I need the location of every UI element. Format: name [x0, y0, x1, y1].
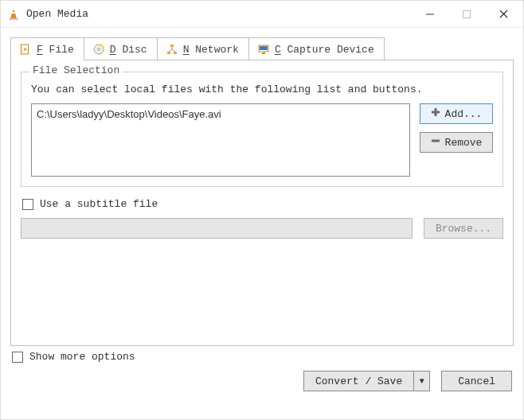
window-title: Open Media — [26, 8, 88, 20]
add-button[interactable]: Add... — [420, 103, 493, 124]
subtitle-checkbox[interactable] — [22, 199, 33, 210]
svg-line-16 — [172, 49, 175, 52]
tab-network-label: Network — [189, 44, 238, 56]
svg-rect-19 — [262, 52, 265, 54]
tab-capture[interactable]: C Capture Device — [248, 37, 385, 60]
svg-rect-4 — [463, 10, 471, 18]
cancel-button[interactable]: Cancel — [441, 371, 512, 391]
vlc-icon — [7, 8, 20, 21]
svg-rect-12 — [167, 52, 170, 54]
capture-icon — [257, 43, 270, 56]
tabs: F File D Disc N Network C Capture Device — [10, 37, 514, 60]
titlebar: Open Media — [1, 1, 523, 28]
file-icon — [19, 43, 32, 56]
file-list[interactable]: C:\Users\ladyy\Desktop\Videos\Faye.avi — [31, 103, 410, 177]
chevron-down-icon: ▼ — [420, 377, 424, 386]
convert-save-main[interactable]: Convert / Save — [303, 371, 414, 391]
tab-disc[interactable]: D Disc — [84, 37, 158, 60]
file-selection-desc: You can select local files with the foll… — [31, 84, 493, 95]
bottom-bar: Show more options — [1, 346, 523, 371]
svg-rect-13 — [174, 52, 177, 54]
close-button[interactable] — [485, 1, 522, 28]
file-selection-fieldset: File Selection You can select local file… — [21, 72, 503, 187]
svg-rect-18 — [260, 46, 268, 50]
svg-rect-2 — [9, 18, 18, 20]
maximize-button[interactable] — [448, 1, 485, 28]
cancel-label: Cancel — [458, 375, 495, 387]
minus-icon — [431, 136, 440, 149]
plus-icon — [431, 107, 440, 120]
show-more-label: Show more options — [29, 351, 135, 363]
tab-network[interactable]: N Network — [157, 37, 249, 60]
remove-button-label: Remove — [445, 137, 483, 149]
tab-capture-label: Capture Device — [281, 44, 374, 56]
remove-button[interactable]: Remove — [420, 132, 493, 153]
dialog-content: F File D Disc N Network C Capture Device… — [1, 28, 523, 346]
file-panel: File Selection You can select local file… — [10, 60, 514, 346]
action-row: Convert / Save ▼ Cancel — [1, 371, 523, 401]
disc-icon — [92, 43, 105, 56]
svg-point-10 — [97, 49, 100, 51]
file-selection-legend: File Selection — [29, 64, 123, 76]
convert-save-button[interactable]: Convert / Save ▼ — [303, 371, 430, 391]
minimize-button[interactable] — [412, 1, 448, 28]
subtitle-path-input — [21, 218, 413, 239]
network-icon — [166, 43, 178, 56]
browse-button: Browse... — [424, 218, 503, 239]
subtitle-checkbox-label: Use a subtitle file — [40, 198, 158, 210]
file-list-item[interactable]: C:\Users\ladyy\Desktop\Videos\Faye.avi — [37, 107, 405, 122]
show-more-checkbox[interactable] — [12, 352, 23, 363]
tab-file-label: File — [43, 44, 74, 56]
add-button-label: Add... — [445, 108, 483, 120]
convert-save-label: Convert / Save — [315, 375, 402, 387]
svg-line-15 — [169, 49, 172, 52]
svg-rect-11 — [170, 45, 174, 47]
tab-file[interactable]: F File — [10, 37, 84, 60]
tab-disc-label: Disc — [116, 44, 147, 56]
browse-button-label: Browse... — [436, 223, 491, 235]
svg-rect-1 — [12, 12, 16, 14]
convert-save-dropdown[interactable]: ▼ — [414, 371, 430, 391]
